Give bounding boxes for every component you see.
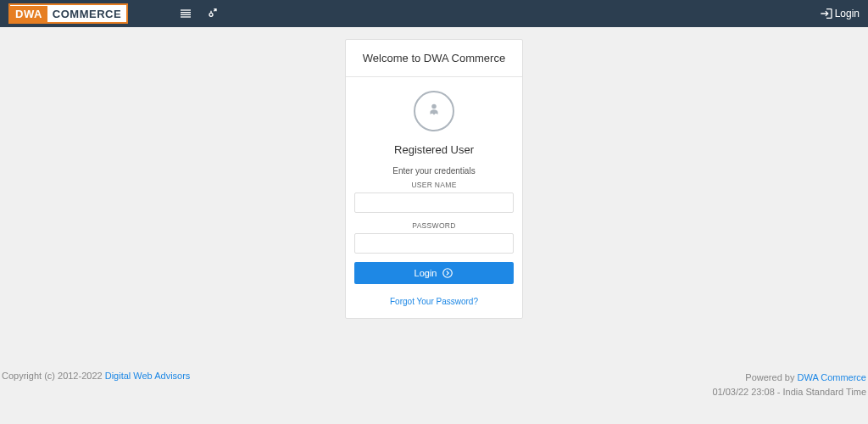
login-button[interactable]: Login <box>354 262 514 284</box>
logo-part1: DWA <box>10 6 47 22</box>
password-label: PASSWORD <box>354 221 514 230</box>
registered-user-heading: Registered User <box>354 143 514 156</box>
header-login-link[interactable]: Login <box>820 7 860 20</box>
header-bar: DWA COMMERCE Login <box>0 0 868 27</box>
arrow-right-circle-icon <box>442 267 453 279</box>
footer-right: Powered by DWA Commerce 01/03/22 23:08 -… <box>712 371 866 399</box>
timestamp-text: 01/03/22 23:08 - India Standard Time <box>712 385 866 399</box>
login-button-label: Login <box>415 268 437 278</box>
footer-left: Copyright (c) 2012-2022 Digital Web Advi… <box>2 371 190 399</box>
svg-point-5 <box>431 104 437 109</box>
copyright-link[interactable]: Digital Web Advisors <box>105 371 191 381</box>
powered-by-text: Powered by <box>745 372 797 382</box>
username-label: USER NAME <box>354 181 514 189</box>
login-card: Welcome to DWA Commerce Registered User … <box>345 39 523 319</box>
avatar-icon <box>414 91 454 131</box>
powered-by-link[interactable]: DWA Commerce <box>798 372 867 382</box>
footer: Copyright (c) 2012-2022 Digital Web Advi… <box>0 371 868 399</box>
svg-point-6 <box>443 269 453 278</box>
card-title: Welcome to DWA Commerce <box>346 40 522 77</box>
card-body: Registered User Enter your credentials U… <box>346 77 522 318</box>
username-input[interactable] <box>354 192 514 213</box>
header-login-text: Login <box>835 8 860 20</box>
copyright-text: Copyright (c) 2012-2022 <box>2 371 105 381</box>
forgot-password-link[interactable]: Forgot Your Password? <box>390 297 478 306</box>
password-input[interactable] <box>354 233 514 254</box>
logo-part2: COMMERCE <box>47 6 126 22</box>
settings-icon[interactable] <box>206 7 220 20</box>
svg-point-4 <box>209 13 213 16</box>
header-left: DWA COMMERCE <box>8 3 220 24</box>
logo[interactable]: DWA COMMERCE <box>8 3 128 24</box>
login-icon <box>820 7 833 20</box>
menu-icon[interactable] <box>179 7 192 20</box>
enter-credentials-text: Enter your credentials <box>354 166 514 176</box>
header-icons <box>179 7 220 20</box>
